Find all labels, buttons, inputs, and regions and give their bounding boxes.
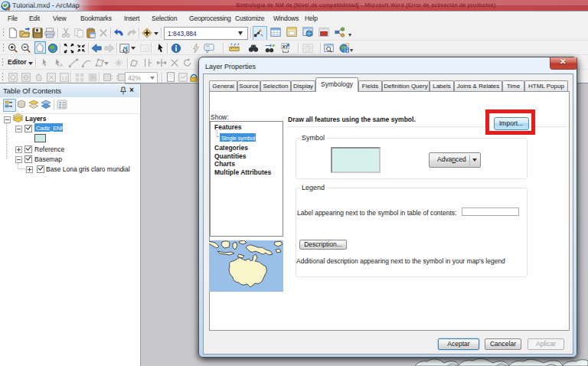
svg-text:1:1: 1:1 bbox=[62, 76, 67, 80]
svg-text:A: A bbox=[60, 62, 64, 67]
